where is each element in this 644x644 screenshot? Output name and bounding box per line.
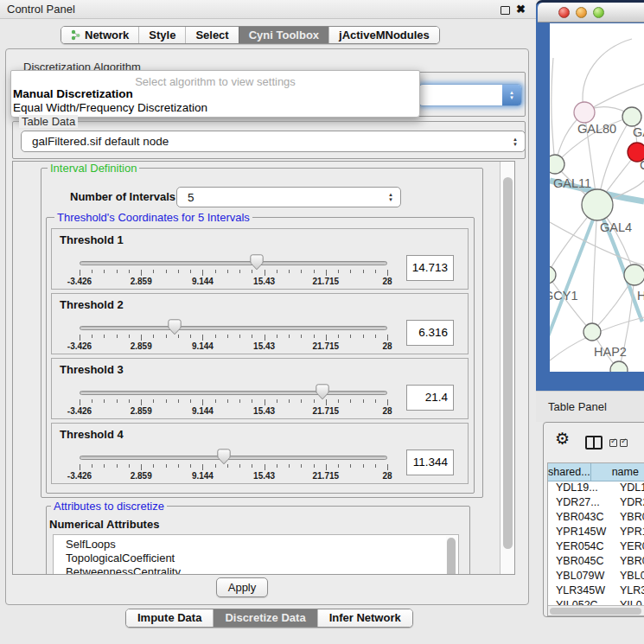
network-window-titlebar (538, 3, 644, 22)
control-panel-titlebar: Control Panel ✖ (0, 0, 536, 19)
table-header-row: shared... name (548, 463, 644, 481)
minimize-traffic-light-icon[interactable] (576, 7, 587, 18)
algorithm-option-equal-width[interactable]: Equal Width/Frequency Discretization (13, 101, 207, 114)
threshold-label: Threshold 4 (60, 428, 124, 441)
numerical-attributes-list[interactable]: SelfLoopsTopologicalCoefficientBetweenne… (53, 534, 459, 575)
node-label-partial: C (640, 158, 644, 172)
threshold-label: Threshold 1 (60, 233, 124, 246)
threshold-3-panel: Threshold 3 -3.4262.8599.14415.4321.7152… (51, 358, 469, 419)
interval-definition-group-title: Interval Definition (48, 162, 139, 175)
tab-discretize-data[interactable]: Discretize Data (213, 609, 316, 627)
threshold-coordinates-group-title: Threshold's Coordinates for 5 Intervals (54, 211, 252, 224)
threshold-2-panel: Threshold 2 -3.4262.8599.14415.4321.7152… (51, 293, 469, 354)
gear-icon[interactable]: ⚙ (555, 430, 570, 447)
threshold-value-field[interactable]: 21.4 (406, 385, 454, 411)
node-label-partial: H (637, 289, 644, 303)
apply-button[interactable]: Apply (216, 577, 268, 597)
table-row[interactable]: YER054CYER0 (548, 540, 644, 555)
tab-style[interactable]: Style (138, 27, 185, 43)
table-row[interactable]: YBR043CYBR0 (548, 511, 644, 526)
table-panel-title: Table Panel (548, 400, 607, 413)
close-icon[interactable]: ✖ (516, 2, 526, 17)
number-of-intervals-label: Number of Intervals (70, 190, 175, 203)
node-label-gal11: GAL11 (553, 176, 591, 190)
number-of-intervals-value: 5 (188, 188, 194, 207)
control-panel-title: Control Panel (7, 0, 75, 19)
checkbox-icon (620, 439, 628, 447)
table-data-group-title: Table Data (19, 115, 78, 128)
node-label-hap2: HAP2 (594, 345, 627, 359)
tab-infer-network[interactable]: Infer Network (317, 609, 412, 627)
slider-thumb[interactable] (168, 319, 182, 335)
select-columns-icon[interactable] (609, 439, 628, 447)
slider-track[interactable] (80, 456, 387, 460)
tab-cyni-toolbox[interactable]: Cyni Toolbox (239, 27, 328, 43)
threshold-value-field[interactable]: 11.344 (406, 450, 454, 475)
slider-track[interactable] (80, 326, 387, 330)
network-node-gcy1[interactable] (550, 266, 556, 284)
table-row[interactable]: YDL19...YDL1 (548, 481, 644, 496)
table-row[interactable]: YDR27...YDR2 (548, 496, 644, 511)
network-node[interactable] (624, 265, 644, 285)
slider-track[interactable] (80, 391, 387, 395)
table-row[interactable]: YBL079WYBL0 (548, 570, 644, 584)
network-view-window: GAL80 GA C GAL11 GAL4 GCY1 H HAP2 (536, 0, 644, 391)
threshold-value-field[interactable]: 14.713 (406, 255, 454, 281)
threshold-label: Threshold 2 (60, 298, 124, 311)
table-row[interactable]: YLR345WYLR3 (548, 584, 644, 599)
algorithm-option-manual[interactable]: Manual Discretization (13, 87, 133, 100)
tab-impute-data[interactable]: Impute Data (126, 609, 213, 627)
table-panel-titlebar: Table Panel (536, 391, 644, 422)
network-node-gal11[interactable] (550, 155, 564, 174)
slider-thumb[interactable] (250, 254, 264, 271)
scrollbar-thumb[interactable] (503, 177, 513, 549)
table-data-combobox[interactable]: galFiltered.sif default node ▲▼ (21, 131, 526, 152)
combobox-stepper-icon: ▲▼ (513, 137, 518, 147)
table-row[interactable]: YBR045CYBR0 (548, 555, 644, 570)
scrollbar-thumb[interactable] (550, 608, 641, 615)
table-rows: YDL19...YDL1YDR27...YDR2YBR043CYBR0YPR14… (548, 481, 644, 615)
threshold-value-field[interactable]: 6.316 (406, 320, 454, 346)
zoom-traffic-light-icon[interactable] (593, 7, 604, 18)
tab-jactivemnodules[interactable]: jActiveMNodules (328, 27, 439, 43)
list-item[interactable]: SelfLoops (54, 538, 458, 552)
network-node-gal80[interactable] (574, 102, 595, 123)
tab-select[interactable]: Select (185, 27, 238, 43)
float-window-icon[interactable] (501, 6, 510, 15)
network-icon (71, 29, 80, 41)
algorithm-combobox[interactable]: ▲▼ (418, 84, 522, 106)
close-traffic-light-icon[interactable] (558, 7, 570, 18)
algorithm-placeholder-option: Select algorithm to view settings (11, 75, 419, 88)
network-node-gal4[interactable] (582, 189, 613, 220)
column-header-shared-name[interactable]: shared... (548, 463, 591, 481)
split-columns-icon[interactable] (585, 436, 603, 450)
attribute-items: SelfLoopsTopologicalCoefficientBetweenne… (54, 535, 458, 575)
numerical-attributes-label: Numerical Attributes (49, 518, 159, 531)
list-item[interactable]: BetweennessCentrality (54, 565, 458, 575)
table-row[interactable]: YPR145WYPR1 (548, 526, 644, 540)
settings-scroll-viewport: Interval Definition Number of Intervals … (12, 161, 515, 575)
application-window: Control Panel ✖ Network Style Select Cyn… (0, 0, 644, 644)
threshold-4-panel: Threshold 4 -3.4262.8599.14415.4321.7152… (51, 423, 469, 484)
slider-track[interactable] (80, 261, 387, 265)
combobox-stepper-icon: ▲▼ (388, 192, 393, 202)
column-header-name[interactable]: name (591, 463, 644, 481)
settings-vertical-scrollbar[interactable] (500, 162, 515, 574)
network-canvas[interactable]: GAL80 GA C GAL11 GAL4 GCY1 H HAP2 (550, 23, 644, 372)
node-label-gal80: GAL80 (577, 122, 616, 136)
tab-network[interactable]: Network (61, 27, 138, 43)
node-label-gcy1: GCY1 (550, 289, 578, 303)
slider-thumb[interactable] (217, 449, 231, 465)
tab-label: Network (85, 29, 129, 41)
control-panel-tab-bar: Network Style Select Cyni Toolbox jActiv… (61, 26, 440, 44)
table-horizontal-scrollbar[interactable] (548, 605, 644, 615)
node-label-partial: GA (633, 125, 644, 139)
slider-thumb[interactable] (316, 384, 329, 400)
list-item[interactable]: TopologicalCoefficient (54, 552, 458, 565)
combobox-stepper-icon[interactable]: ▲▼ (502, 85, 521, 105)
number-of-intervals-combobox[interactable]: 5 ▲▼ (176, 187, 401, 207)
network-node[interactable] (622, 107, 641, 126)
table-panel-window: ⚙ shared... name YDL19...YDL1YDR27...YDR… (543, 422, 644, 617)
attributes-list-scrollbar[interactable] (446, 536, 457, 575)
network-node-hap2[interactable] (583, 323, 601, 341)
